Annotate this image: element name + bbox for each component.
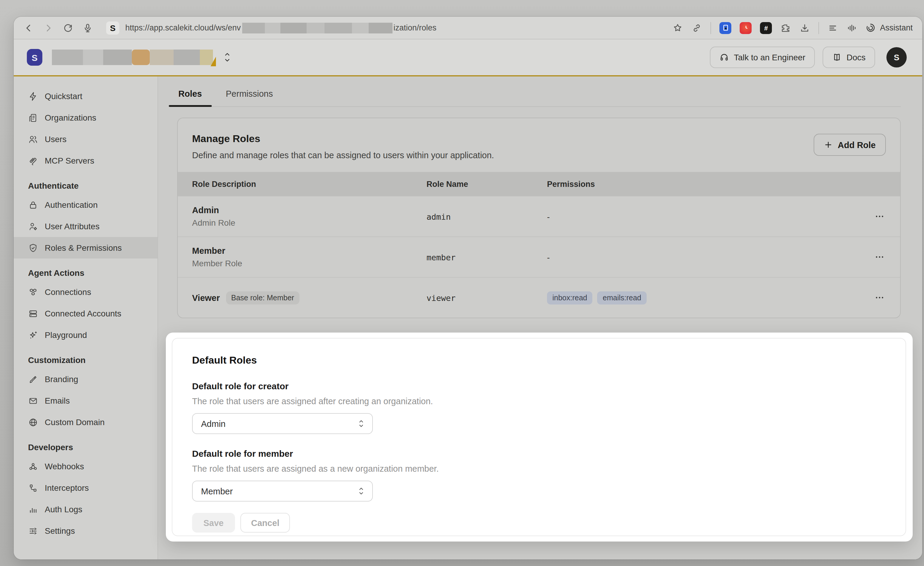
row-actions-menu[interactable] <box>874 211 900 221</box>
toolbar-divider <box>818 22 819 34</box>
sidebar-item-authentication[interactable]: Authentication <box>14 194 158 215</box>
sidebar-item-auth-logs[interactable]: Auth Logs <box>14 498 158 520</box>
tab-permissions[interactable]: Permissions <box>225 89 274 106</box>
sidebar-item-playground[interactable]: Playground <box>14 324 158 346</box>
save-button[interactable]: Save <box>192 513 235 533</box>
sidebar-item-settings[interactable]: Settings <box>14 520 158 542</box>
workspace-warning-triangle <box>211 57 216 66</box>
voice-waveform-icon[interactable] <box>846 23 857 33</box>
table-row-viewer: ViewerBase role: Member viewer inbox:rea… <box>178 277 900 318</box>
webhook-icon <box>28 461 38 471</box>
back-icon[interactable] <box>23 23 34 33</box>
favicon: S <box>106 21 119 34</box>
sidebar-item-mcp-servers[interactable]: MCP Servers <box>14 150 158 172</box>
assistant-swirl-icon <box>866 23 876 33</box>
url-prefix: https://app.scalekit.cloud/ws/env <box>125 23 241 32</box>
sidebar-item-user-attributes[interactable]: User Attributes <box>14 215 158 237</box>
sidebar-item-custom-domain[interactable]: Custom Domain <box>14 411 158 433</box>
add-role-button[interactable]: Add Role <box>814 134 886 156</box>
permission-chip: inbox:read <box>547 291 592 304</box>
sidebar: Quickstart Organizations Users MCP Serve… <box>14 77 158 560</box>
globe-icon <box>28 417 38 427</box>
interceptor-icon <box>28 483 38 493</box>
sidebar-section-agent-actions: Agent Actions <box>14 259 158 281</box>
sparkle-icon <box>28 330 38 340</box>
mail-icon <box>28 396 38 406</box>
users-icon <box>28 134 38 144</box>
url-suffix: ization/roles <box>393 23 436 32</box>
timer-extension-icon[interactable] <box>740 22 752 34</box>
bar-chart-icon <box>28 504 38 514</box>
assistant-button[interactable]: Assistant <box>866 23 913 33</box>
sidebar-item-users[interactable]: Users <box>14 128 158 150</box>
browser-toolbar: S https://app.scalekit.cloud/ws/env izat… <box>14 17 922 39</box>
toolbar-divider <box>711 22 711 34</box>
member-role-select[interactable]: Member <box>192 481 373 501</box>
forward-icon[interactable] <box>43 23 54 33</box>
mcp-icon <box>28 155 38 166</box>
tab-roles[interactable]: Roles <box>177 89 203 106</box>
talk-to-engineer-button[interactable]: Talk to an Engineer <box>710 47 815 68</box>
workspace-switcher-icon[interactable] <box>223 51 231 63</box>
permission-chip: emails:read <box>597 291 646 304</box>
docs-button[interactable]: Docs <box>823 47 875 68</box>
extensions-puzzle-icon[interactable] <box>780 23 791 33</box>
base-role-badge: Base role: Member <box>226 291 300 304</box>
user-avatar[interactable]: S <box>886 47 907 68</box>
sidebar-item-quickstart[interactable]: Quickstart <box>14 85 158 107</box>
col-role-description: Role Description <box>178 179 426 188</box>
ellipsis-icon <box>874 252 885 262</box>
creator-role-select[interactable]: Admin <box>192 413 373 434</box>
stacked-rows-icon <box>28 309 38 319</box>
stage: S https://app.scalekit.cloud/ws/env izat… <box>0 0 924 566</box>
sidebar-item-webhooks[interactable]: Webhooks <box>14 456 158 477</box>
microphone-icon[interactable] <box>82 23 93 33</box>
default-roles-card: Default Roles Default role for creator T… <box>172 338 906 536</box>
cubes-icon <box>28 287 38 297</box>
book-icon <box>832 53 842 62</box>
table-row-admin: Admin Admin Role admin - <box>178 196 900 236</box>
lock-icon <box>28 200 38 210</box>
sidebar-section-developers: Developers <box>14 433 158 456</box>
organization-icon <box>28 113 38 123</box>
row-actions-menu[interactable] <box>874 292 900 303</box>
select-chevrons-icon <box>357 486 365 496</box>
hash-extension-icon[interactable]: # <box>760 22 772 34</box>
reader-list-icon[interactable] <box>827 23 838 33</box>
copy-link-icon[interactable] <box>692 23 702 33</box>
sidebar-item-emails[interactable]: Emails <box>14 390 158 411</box>
url-bar[interactable]: https://app.scalekit.cloud/ws/env izatio… <box>125 23 436 33</box>
sliders-icon <box>28 526 38 536</box>
sidebar-item-organizations[interactable]: Organizations <box>14 107 158 128</box>
scalekit-logo: S <box>27 49 42 66</box>
table-header-row: Role Description Role Name Permissions <box>178 172 900 196</box>
zap-icon <box>28 91 38 101</box>
col-role-name: Role Name <box>426 179 547 188</box>
download-icon[interactable] <box>800 23 810 33</box>
member-role-helper: The role that users are assigned as a ne… <box>192 464 886 473</box>
manage-roles-card: Manage Roles Define and manage roles tha… <box>177 117 901 318</box>
cancel-button[interactable]: Cancel <box>240 513 290 533</box>
sidebar-item-interceptors[interactable]: Interceptors <box>14 477 158 498</box>
password-extension-icon[interactable] <box>719 22 731 34</box>
plus-icon <box>824 140 833 149</box>
tab-bar: Roles Permissions <box>177 77 901 107</box>
sidebar-section-authenticate: Authenticate <box>14 172 158 194</box>
sidebar-section-customization: Customization <box>14 346 158 368</box>
reload-icon[interactable] <box>63 23 74 33</box>
sidebar-item-connected-accounts[interactable]: Connected Accounts <box>14 303 158 324</box>
creator-role-label: Default role for creator <box>192 381 886 391</box>
sidebar-item-branding[interactable]: Branding <box>14 368 158 390</box>
bookmark-star-icon[interactable] <box>672 23 683 33</box>
sidebar-item-connections[interactable]: Connections <box>14 281 158 303</box>
row-actions-menu[interactable] <box>874 252 900 262</box>
sidebar-item-roles-permissions[interactable]: Roles & Permissions <box>14 237 158 259</box>
paintbrush-icon <box>28 374 38 384</box>
main-content: Roles Permissions Manage Roles Define an… <box>158 77 922 560</box>
url-redacted <box>242 23 392 33</box>
app-header: S Talk to an Engineer Docs S <box>14 39 922 77</box>
workspace-name-redacted <box>52 48 216 66</box>
browser-window: S https://app.scalekit.cloud/ws/env izat… <box>14 17 922 560</box>
ellipsis-icon <box>874 292 885 303</box>
headphones-icon <box>719 53 729 62</box>
